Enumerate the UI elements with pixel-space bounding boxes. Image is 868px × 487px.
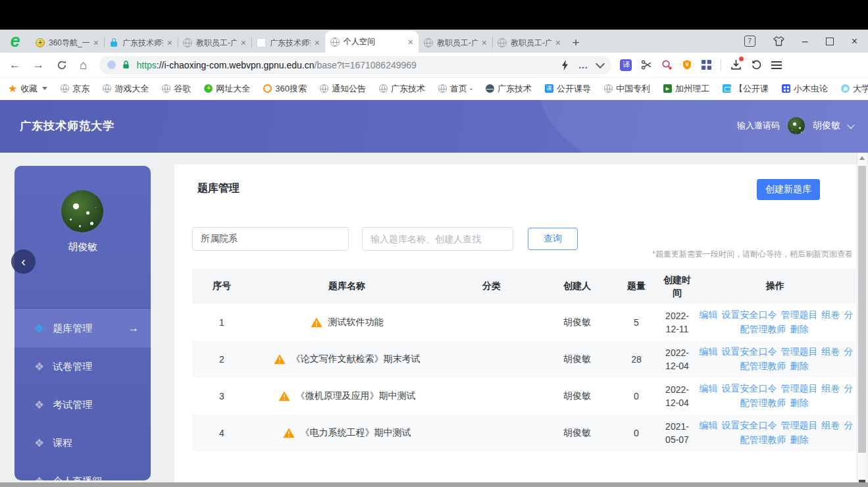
bookmark-homepage[interactable]: 首页 - xyxy=(438,83,472,95)
edit-link[interactable]: 编辑 xyxy=(700,420,718,430)
tab-360-nav[interactable]: 360导航_一个 × xyxy=(30,33,104,53)
bookmark-college-student[interactable]: 大学生毕 xyxy=(841,83,868,95)
manage-questions-link[interactable]: 管理题目 xyxy=(781,309,818,320)
bank-name[interactable]: 《微机原理及应用》期中测试 xyxy=(296,390,416,402)
set-password-link[interactable]: 设置安全口令 xyxy=(722,309,777,320)
page-scrollbar[interactable] xyxy=(857,153,867,487)
tab-close-icon[interactable]: × xyxy=(555,38,561,47)
secure-lock-icon[interactable] xyxy=(121,60,131,70)
scrollbar-thumb[interactable] xyxy=(858,166,866,453)
user-avatar[interactable] xyxy=(788,117,805,134)
sidebar-item-exam-papers[interactable]: ❖ 试卷管理 xyxy=(14,347,151,386)
quick-launch-bolt-icon[interactable] xyxy=(561,60,569,70)
tab-close-icon[interactable]: × xyxy=(167,38,172,47)
downloads-icon[interactable] xyxy=(730,59,742,70)
assemble-paper-link[interactable]: 组卷 xyxy=(822,383,840,394)
sidebar-collapse-button[interactable]: ‹ xyxy=(11,249,36,274)
user-menu-chevron-icon[interactable] xyxy=(847,121,854,128)
tab-close-icon[interactable]: × xyxy=(93,38,99,47)
invite-code-link[interactable]: 输入邀请码 xyxy=(737,120,780,132)
browser-logo-icon[interactable]: e xyxy=(0,30,30,53)
tab-staff-3[interactable]: 教职员工-广东 × xyxy=(492,33,566,53)
create-question-bank-button[interactable]: 创建新题库 xyxy=(757,179,820,200)
home-icon[interactable]: ⌂ xyxy=(80,59,87,71)
bank-name[interactable]: 《论文写作文献检索》期末考试 xyxy=(292,353,421,365)
scrollbar-up-arrow-icon[interactable] xyxy=(859,156,865,160)
sidebar-item-live-room[interactable]: ❖ 个人直播间 xyxy=(14,462,151,480)
url-dropdown-chevron-icon[interactable] xyxy=(596,59,605,68)
url-text[interactable]: https://i-chaoxing-com.webvpn.gpnu.edu.c… xyxy=(136,60,555,70)
sidebar-item-exam-management[interactable]: ❖ 考试管理 xyxy=(14,386,151,424)
bookmark-notices[interactable]: 通知公告 xyxy=(320,83,366,95)
header-username[interactable]: 胡俊敏 xyxy=(813,120,840,132)
bookmark-wangzhi[interactable]: 网址大全 xyxy=(204,83,250,95)
menu-hamburger-icon[interactable] xyxy=(771,64,782,66)
set-password-link[interactable]: 设置安全口令 xyxy=(722,420,777,430)
manage-questions-link[interactable]: 管理题目 xyxy=(781,346,818,357)
assemble-paper-link[interactable]: 组卷 xyxy=(822,346,840,357)
bank-name[interactable]: 《电力系统工程》期中测试 xyxy=(301,427,411,439)
tab-close-icon[interactable]: × xyxy=(315,38,320,47)
search-input[interactable] xyxy=(362,227,513,251)
assemble-paper-link[interactable]: 组卷 xyxy=(822,420,840,430)
bookmark-gpnu-2[interactable]: 广东技术 xyxy=(486,83,532,95)
edit-link[interactable]: 编辑 xyxy=(700,309,718,320)
department-select[interactable]: 所属院系 xyxy=(192,227,349,251)
restore-button[interactable] xyxy=(826,38,834,45)
minimize-button[interactable]: – xyxy=(802,36,808,47)
search-magnifier-icon[interactable] xyxy=(661,59,673,70)
bookmark-open-course-nav[interactable]: 课公开课导 xyxy=(545,83,591,95)
bookmark-google[interactable]: 谷歌 xyxy=(162,83,191,95)
wallet-shield-icon[interactable]: ¥ xyxy=(682,59,692,70)
apps-grid-icon[interactable] xyxy=(702,60,711,70)
bookmark-games[interactable]: 游戏大全 xyxy=(103,83,149,95)
manage-questions-link[interactable]: 管理题目 xyxy=(781,420,818,430)
table-row: 1 测试软件功能 胡俊敏 5 2022-12-11 编辑设置安全口令管理题目组卷… xyxy=(192,304,855,341)
url-more-icon[interactable]: … xyxy=(578,59,588,70)
row-count: 5 xyxy=(613,317,659,328)
forward-icon[interactable]: → xyxy=(33,59,44,70)
delete-link[interactable]: 删除 xyxy=(790,397,809,408)
favorites-button[interactable]: ★ 收藏 xyxy=(8,83,47,95)
set-password-link[interactable]: 设置安全口令 xyxy=(722,346,777,357)
bookmark-caltech[interactable]: ▶加州理工 xyxy=(663,83,709,95)
sidebar-item-courses[interactable]: ❖ 课程 xyxy=(14,424,151,462)
manage-questions-link[interactable]: 管理题目 xyxy=(781,383,818,394)
tab-close-icon[interactable]: × xyxy=(408,38,413,47)
tab-staff-2[interactable]: 教职员工-广东 × xyxy=(419,33,492,53)
reload-icon[interactable] xyxy=(57,60,67,70)
bookmark-gpnu-1[interactable]: 广东技术 xyxy=(379,83,425,95)
bookmark-open-course[interactable]: 【公开课 xyxy=(723,83,769,95)
row-index: 3 xyxy=(192,391,251,401)
sidebar-item-question-bank[interactable]: ❖ 题库管理 → xyxy=(14,309,151,347)
theme-shirt-icon[interactable] xyxy=(773,36,784,46)
tab-gpnu-lock[interactable]: 广东技术师范 × xyxy=(104,33,178,53)
undo-icon[interactable] xyxy=(751,59,762,70)
back-icon[interactable]: ← xyxy=(9,59,20,70)
bookmark-jd[interactable]: 京东 xyxy=(61,83,89,95)
bookmark-xiaomuchong[interactable]: 小木虫论 xyxy=(782,83,828,95)
tab-close-icon[interactable]: × xyxy=(482,38,487,47)
edit-link[interactable]: 编辑 xyxy=(700,383,718,394)
set-password-link[interactable]: 设置安全口令 xyxy=(722,383,777,394)
bookmark-china-patent[interactable]: 中国专利 xyxy=(604,83,650,95)
delete-link[interactable]: 删除 xyxy=(790,361,809,371)
bank-name[interactable]: 测试软件功能 xyxy=(328,317,384,328)
close-window-button[interactable]: × xyxy=(852,36,857,47)
assemble-paper-link[interactable]: 组卷 xyxy=(822,309,840,320)
url-field[interactable]: https://i-chaoxing-com.webvpn.gpnu.edu.c… xyxy=(99,56,611,74)
bookmark-360search[interactable]: 360搜索 xyxy=(263,83,307,95)
tab-staff-1[interactable]: 教职员工-广东 × xyxy=(178,33,251,53)
translate-icon[interactable]: 译 xyxy=(620,59,632,71)
new-tab-button[interactable]: + xyxy=(566,33,586,53)
sidebar-avatar[interactable] xyxy=(61,190,103,232)
delete-link[interactable]: 删除 xyxy=(790,434,809,445)
screenshot-scissors-icon[interactable] xyxy=(641,59,652,70)
tab-gpnu-blank[interactable]: 广东技术师范 × xyxy=(251,33,325,53)
tab-close-icon[interactable]: × xyxy=(241,38,246,47)
tab-count-badge[interactable]: 7 xyxy=(744,36,755,47)
tab-personal-space-active[interactable]: 个人空间 × xyxy=(325,31,419,53)
delete-link[interactable]: 删除 xyxy=(790,324,809,334)
edit-link[interactable]: 编辑 xyxy=(700,346,718,357)
query-button[interactable]: 查询 xyxy=(528,228,578,250)
